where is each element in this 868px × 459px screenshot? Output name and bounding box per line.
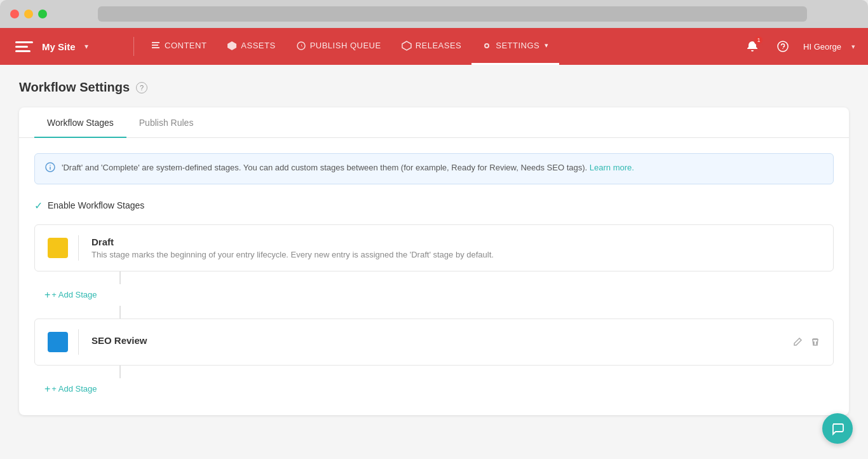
svg-rect-0	[15, 41, 33, 43]
stage-left-border-2	[78, 329, 79, 355]
check-icon: ✓	[34, 200, 43, 212]
page-title: Workflow Settings	[19, 80, 130, 95]
notifications-button[interactable]: 1	[742, 36, 763, 57]
nav-item-content[interactable]: CONTENT	[140, 28, 217, 65]
stage-left-border	[78, 235, 79, 261]
site-dropdown-icon[interactable]: ▾	[85, 42, 88, 51]
stage-color-seo-review	[48, 332, 68, 352]
connector-top-2	[119, 366, 121, 378]
user-greeting[interactable]: HI George	[803, 42, 841, 51]
enable-label: Enable Workflow Stages	[48, 200, 144, 210]
add-stage-button-1[interactable]: + + Add Stage	[34, 284, 834, 306]
window-chrome	[0, 0, 868, 28]
svg-rect-2	[15, 50, 31, 52]
info-learn-more-link[interactable]: Learn more.	[590, 163, 634, 172]
connector-bottom	[119, 306, 121, 319]
page-title-row: Workflow Settings ?	[19, 80, 849, 95]
connector-top	[119, 271, 121, 284]
stage-info-seo-review: SEO Review	[92, 335, 792, 348]
add-stage-label-1: + Add Stage	[51, 290, 97, 299]
address-bar[interactable]	[98, 6, 807, 22]
nav-item-publish-queue[interactable]: PUBLISH QUEUE	[286, 28, 391, 65]
info-message: 'Draft' and 'Complete' are system-define…	[62, 161, 634, 174]
logo-icon	[13, 35, 36, 58]
svg-point-4	[778, 41, 788, 51]
add-stage-plus-icon: +	[44, 289, 50, 301]
stage-name-draft: Draft	[92, 236, 820, 247]
nav-item-releases[interactable]: RELEASES	[391, 28, 472, 65]
stage-name-seo-review: SEO Review	[92, 335, 792, 346]
close-button[interactable]	[10, 10, 19, 18]
add-stage-section-1: + + Add Stage	[34, 271, 834, 319]
chat-bubble-button[interactable]	[822, 413, 853, 444]
tabs-container: Workflow Stages Publish Rules	[19, 107, 849, 138]
nav-item-assets[interactable]: ASSETS	[217, 28, 285, 65]
user-dropdown-icon[interactable]: ▾	[851, 43, 855, 51]
stage-actions-seo-review	[792, 337, 820, 347]
nav-items: CONTENT ASSETS PUBLISH QUEUE RELEASES SE…	[140, 28, 742, 65]
stage-item-draft: Draft This stage marks the beginning of …	[34, 224, 834, 271]
nav-right: 1 HI George ▾	[742, 36, 855, 57]
nav-item-settings[interactable]: SETTINGS ▾	[471, 28, 559, 65]
stage-item-seo-review: SEO Review	[34, 319, 834, 366]
svg-rect-1	[15, 46, 28, 48]
app-container: My Site ▾ CONTENT ASSETS PUBLISH QUEUE R…	[0, 28, 868, 459]
tab-content-workflow-stages: 'Draft' and 'Complete' are system-define…	[19, 138, 849, 415]
delete-stage-button-seo-review[interactable]	[810, 337, 820, 347]
svg-point-7	[50, 165, 51, 166]
add-stage-plus-icon-2: +	[44, 383, 50, 395]
enable-workflow-stages-row[interactable]: ✓ Enable Workflow Stages	[34, 200, 834, 212]
minimize-button[interactable]	[24, 10, 33, 18]
site-name: My Site	[42, 41, 76, 52]
nav-divider	[133, 37, 134, 56]
page-content: Workflow Settings ? Workflow Stages Publ…	[0, 65, 868, 430]
stage-color-draft	[48, 238, 68, 258]
add-stage-label-2: + Add Stage	[51, 384, 97, 394]
stage-desc-draft: This stage marks the beginning of your e…	[92, 250, 820, 259]
page-help-icon[interactable]: ?	[136, 82, 147, 93]
tab-publish-rules[interactable]: Publish Rules	[126, 107, 207, 138]
add-stage-section-2: + + Add Stage	[34, 366, 834, 400]
info-box: 'Draft' and 'Complete' are system-define…	[34, 153, 834, 184]
maximize-button[interactable]	[38, 10, 47, 18]
notification-badge: 1	[754, 35, 764, 45]
traffic-lights	[10, 10, 47, 18]
add-stage-button-2[interactable]: + + Add Stage	[34, 378, 834, 400]
settings-dropdown-icon: ▾	[545, 41, 549, 50]
tab-workflow-stages[interactable]: Workflow Stages	[34, 107, 126, 138]
stage-info-draft: Draft This stage marks the beginning of …	[92, 236, 820, 259]
edit-stage-button-seo-review[interactable]	[792, 337, 803, 347]
svg-rect-6	[50, 167, 51, 170]
workflow-card: Workflow Stages Publish Rules 'Draft' an…	[19, 107, 849, 415]
top-navigation: My Site ▾ CONTENT ASSETS PUBLISH QUEUE R…	[0, 28, 868, 65]
info-icon	[45, 162, 55, 176]
help-button[interactable]	[773, 36, 793, 57]
logo-area: My Site ▾	[13, 35, 127, 58]
